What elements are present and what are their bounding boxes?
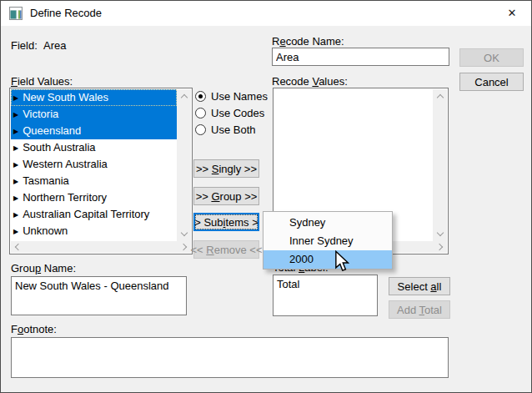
select-all-button[interactable]: Select all: [389, 277, 450, 295]
list-marker-icon: ▶: [13, 228, 18, 235]
menu-item[interactable]: 2000: [263, 250, 392, 269]
list-item-label: New South Wales: [23, 91, 108, 103]
scroll-right-icon[interactable]: [434, 241, 447, 253]
menu-item-label: Sydney: [289, 216, 325, 229]
group-name-value: New South Wales - Queensland: [12, 277, 186, 295]
mouse-cursor: [334, 250, 349, 272]
field-values-listbox[interactable]: ▶New South Wales▶Victoria▶Queensland▶Sou…: [9, 88, 193, 254]
list-item-label: South Australia: [23, 141, 95, 154]
menu-item-label: 2000: [289, 253, 314, 265]
list-item-label: Australian Capital Territory: [23, 208, 149, 220]
radio-icon: [195, 91, 206, 102]
app-icon: [9, 7, 23, 20]
list-item[interactable]: ▶Australian Capital Territory: [11, 206, 177, 223]
subitems-button[interactable]: > Subitems >: [193, 213, 259, 231]
singly-button[interactable]: >> Singly >>: [193, 159, 259, 178]
ok-button[interactable]: OK: [459, 48, 524, 67]
list-marker-icon: ▶: [13, 94, 18, 102]
add-total-button[interactable]: Add Total: [389, 300, 450, 319]
scroll-down-icon[interactable]: [433, 227, 447, 241]
list-marker-icon: ▶: [13, 111, 18, 118]
scroll-up-icon[interactable]: [433, 89, 447, 103]
group-name-label: Group Name:: [11, 262, 76, 275]
field-values-vscrollbar[interactable]: [177, 89, 191, 241]
list-item[interactable]: ▶Unknown: [11, 223, 177, 239]
list-marker-icon: ▶: [13, 144, 18, 152]
list-item[interactable]: ▶South Australia: [11, 139, 177, 156]
radio-label: Use Both: [211, 123, 255, 136]
subitems-popup-menu: SydneyInner Sydney2000: [263, 211, 393, 270]
total-box[interactable]: Total: [273, 275, 378, 316]
total-box-value: Total: [274, 275, 377, 293]
title-bar[interactable]: Define Recode ✕: [1, 1, 531, 26]
cancel-button[interactable]: Cancel: [459, 73, 524, 91]
footnote-input[interactable]: [11, 337, 449, 378]
list-item[interactable]: ▶New South Wales: [11, 89, 177, 106]
list-item-label: Queensland: [23, 124, 81, 137]
list-marker-icon: ▶: [13, 161, 18, 169]
radio-use-names[interactable]: Use Names: [195, 89, 268, 103]
radio-label: Use Codes: [211, 107, 264, 119]
list-item[interactable]: ▶Northern Territory: [11, 189, 177, 206]
scroll-up-icon[interactable]: [177, 89, 191, 103]
recode-values-label: Recode Values:: [272, 75, 348, 88]
field-value: Area: [43, 39, 66, 52]
group-button[interactable]: >> Group >>: [193, 187, 259, 205]
menu-item-label: Inner Sydney: [289, 234, 354, 247]
radio-icon: [195, 124, 206, 135]
radio-label: Use Names: [211, 90, 268, 103]
scroll-left-icon[interactable]: [11, 241, 23, 253]
list-item[interactable]: ▶Tasmania: [11, 173, 177, 189]
scroll-down-icon[interactable]: [177, 227, 191, 241]
recode-values-vscrollbar[interactable]: [433, 89, 447, 241]
footnote-label: Footnote:: [11, 323, 57, 335]
list-item[interactable]: ▶Western Australia: [11, 156, 177, 173]
list-marker-icon: ▶: [13, 128, 18, 135]
group-name-input[interactable]: New South Wales - Queensland: [11, 276, 187, 315]
list-marker-icon: ▶: [13, 211, 18, 219]
list-item-label: Western Australia: [23, 158, 108, 170]
recode-name-label: Recode Name:: [272, 35, 344, 48]
scroll-right-icon[interactable]: [178, 241, 191, 253]
field-label: Field: Area: [11, 39, 67, 52]
remove-button[interactable]: << Remove <<: [193, 240, 259, 259]
list-item-label: Northern Territory: [23, 191, 107, 204]
list-item-label: Tasmania: [23, 174, 69, 187]
field-values-label: Field Values:: [11, 75, 73, 88]
menu-item[interactable]: Sydney: [263, 214, 392, 232]
recode-name-input[interactable]: [272, 48, 449, 66]
radio-use-codes[interactable]: Use Codes: [195, 106, 264, 119]
close-icon[interactable]: ✕: [493, 1, 531, 26]
list-marker-icon: ▶: [13, 178, 18, 185]
footnote-value: [12, 338, 448, 343]
field-values-hscrollbar[interactable]: [11, 241, 191, 253]
field-values-rows: ▶New South Wales▶Victoria▶Queensland▶Sou…: [11, 89, 177, 241]
radio-icon: [195, 108, 206, 118]
radio-use-both[interactable]: Use Both: [195, 123, 255, 136]
list-item-label: Victoria: [23, 108, 58, 120]
list-item[interactable]: ▶Victoria: [11, 106, 177, 123]
define-recode-dialog: Define Recode ✕ Field: Area Recode Name:…: [0, 0, 532, 393]
list-item[interactable]: ▶Queensland: [11, 123, 177, 139]
list-item-label: Unknown: [23, 224, 68, 237]
list-marker-icon: ▶: [13, 194, 18, 202]
menu-item[interactable]: Inner Sydney: [263, 232, 392, 250]
window-title: Define Recode: [30, 7, 102, 19]
